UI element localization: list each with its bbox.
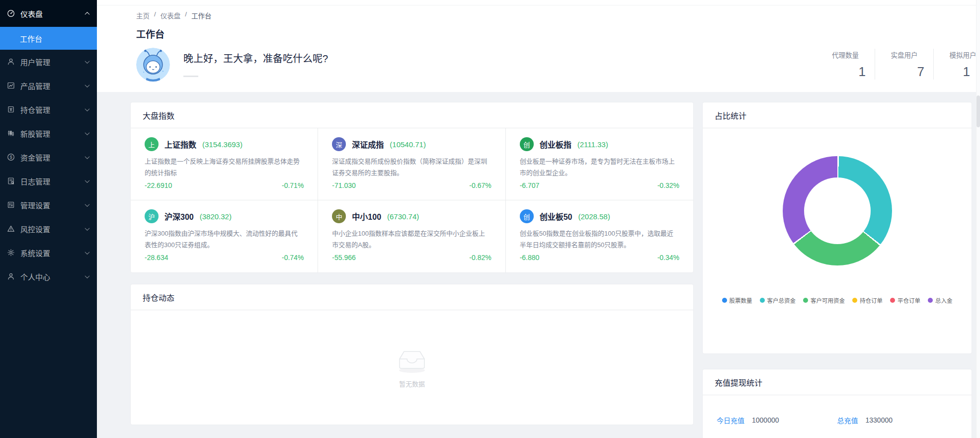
donut-hole [804,177,871,244]
dashboard-icon [7,9,16,17]
recharge-withdraw-card: 充值提现统计 今日充值 1000000 总充值 1330000 [702,369,972,438]
greeting-message: 晚上好，王大拿，准备吃什么呢? [183,51,328,65]
index-badge: 沪 [145,209,159,223]
breadcrumb-dashboard[interactable]: 仪表盘 [161,10,181,20]
index-tile-sme100: 中 中小100 (6730.74) 中小企业100指数样本应该都是在深交所中小企… [318,200,505,272]
sidebar-item-new-stock-management[interactable]: 新股管理 [0,121,97,145]
index-name: 创业板指 [540,138,572,150]
system-settings-icon [7,249,16,257]
index-percent: -0.34% [657,254,679,262]
sidebar-item-system-settings[interactable]: 系统设置 [0,241,97,264]
legend-dot [928,298,933,303]
index-price: (10540.71) [390,140,426,149]
sidebar-item-user-management[interactable]: 用户管理 [0,50,97,74]
index-badge: 创 [520,209,534,223]
vertical-scrollbar[interactable] [976,0,980,438]
legend-label: 平仓订单 [898,296,920,304]
recharge-stats: 今日充值 1000000 总充值 1330000 今日提现 0 [703,395,972,438]
positions-card: 持仓动态 暂无数据 [130,284,694,425]
breadcrumb: 主页 / 仪表盘 / 工作台 [97,0,980,20]
market-index-tiles: 上 上证指数 (3154.3693) 上证指数是一个反映上海证券交易所挂牌股票总… [131,128,693,272]
index-change: -28.634 [145,254,168,262]
empty-inbox-icon [394,347,430,375]
sidebar-item-dashboard[interactable]: 仪表盘 [0,0,97,27]
sidebar-item-label: 管理设置 [20,200,85,210]
legend-item-available-funds[interactable]: 客户可用资金 [803,296,845,304]
legend-item-stock-count[interactable]: 股票数量 [722,296,752,304]
card-title: 大盘指数 [131,102,693,128]
index-tile-chinext50: 创 创业板50 (2028.58) 创业板50指数是在创业板指的100只股票中，… [506,200,693,272]
stat-value: 1330000 [866,416,893,424]
index-badge: 创 [520,137,534,151]
ratio-stats-card: 占比统计 股票数量 客户总资金 [702,102,972,354]
sidebar-item-label: 风控设置 [20,224,85,234]
product-management-icon [7,82,16,89]
index-name: 中小100 [352,210,381,222]
positions-empty-state: 暂无数据 [131,310,693,425]
card-title: 持仓动态 [131,284,693,310]
legend-dot [722,298,727,303]
sidebar-item-position-management[interactable]: 持仓管理 [0,97,97,121]
empty-text: 暂无数据 [399,379,425,388]
sidebar-subitem-label: 工作台 [20,33,42,44]
sidebar-item-log-management[interactable]: 日志管理 [0,169,97,193]
avatar [136,48,170,82]
breadcrumb-separator: / [154,10,156,20]
breadcrumb-home[interactable]: 主页 [136,10,150,20]
sidebar-item-risk-control[interactable]: 风控设置 [0,217,97,241]
legend-label: 持仓订单 [860,296,883,304]
ratio-chart-area: 股票数量 客户总资金 客户可用资金 持仓订单 [703,156,972,353]
greeting-section: 晚上好，王大拿，准备吃什么呢? [136,48,328,82]
sidebar-item-label: 个人中心 [20,271,85,282]
legend-item-open-orders[interactable]: 持仓订单 [852,296,883,304]
sidebar-item-admin-settings[interactable]: 管理设置 [0,193,97,217]
index-change: -6.707 [520,181,540,189]
market-index-card: 大盘指数 上 上证指数 (3154.3693) 上证指数是一个反映上海证券交易所… [130,102,694,273]
chevron-down-icon [85,106,90,111]
index-price: (6730.74) [387,212,419,221]
sidebar-item-product-management[interactable]: 产品管理 [0,74,97,97]
stat-link[interactable]: 总充值 [837,415,858,425]
index-percent: -0.74% [282,254,304,262]
stat-total-recharge: 总充值 1330000 [837,415,958,425]
breadcrumb-separator: / [185,10,187,20]
index-change: -71.030 [332,181,355,189]
index-price: (3154.3693) [202,140,243,149]
chevron-down-icon [85,273,90,278]
legend-item-total-deposit[interactable]: 总入金 [928,296,953,304]
page-content: 大盘指数 上 上证指数 (3154.3693) 上证指数是一个反映上海证券交易所… [97,92,980,438]
stat-label: 实盘用户 [875,49,933,60]
legend-item-closed-orders[interactable]: 平仓订单 [890,296,920,304]
position-management-icon [7,105,16,113]
sidebar-item-label: 日志管理 [20,176,85,186]
index-name: 沪深300 [164,210,194,222]
sidebar-item-label: 用户管理 [20,57,85,67]
stat-link[interactable]: 今日充值 [717,415,744,425]
sidebar-item-label: 系统设置 [20,248,85,258]
index-price: (3820.32) [200,212,232,221]
index-name: 创业板50 [540,210,572,222]
stat-value: 7 [875,64,933,80]
index-description: 创业板50指数是在创业板指的100只股票中，选取最近半年日均成交额排名靠前的50… [520,228,679,251]
index-change: -55.966 [332,254,355,262]
sidebar-item-workbench[interactable]: 工作台 [0,27,97,50]
scrollbar-thumb[interactable] [977,95,980,127]
index-tile-hs300: 沪 沪深300 (3820.32) 沪深300指数由沪深市场中规模大、流动性好的… [131,200,318,272]
risk-control-icon [7,225,16,233]
breadcrumb-current: 工作台 [191,10,212,20]
legend-item-total-funds[interactable]: 客户总资金 [760,296,796,304]
index-percent: -0.67% [469,181,491,189]
chevron-down-icon [85,130,90,135]
chevron-down-icon [85,250,90,255]
chevron-down-icon [85,83,90,88]
index-badge: 中 [332,209,346,223]
sidebar-item-funds-management[interactable]: $ 资金管理 [0,145,97,169]
index-name: 深证成指 [352,138,384,150]
index-description: 中小企业100指数样本应该都是在深交所中小企业板上市交易的A股。 [332,228,491,251]
stat-real-users: 实盘用户 7 [875,49,933,80]
index-price: (2028.58) [578,212,610,221]
legend-label: 股票数量 [730,296,752,304]
sidebar-item-profile-center[interactable]: 个人中心 [0,264,97,288]
index-percent: -0.32% [657,181,679,189]
left-column: 大盘指数 上 上证指数 (3154.3693) 上证指数是一个反映上海证券交易所… [130,102,694,438]
